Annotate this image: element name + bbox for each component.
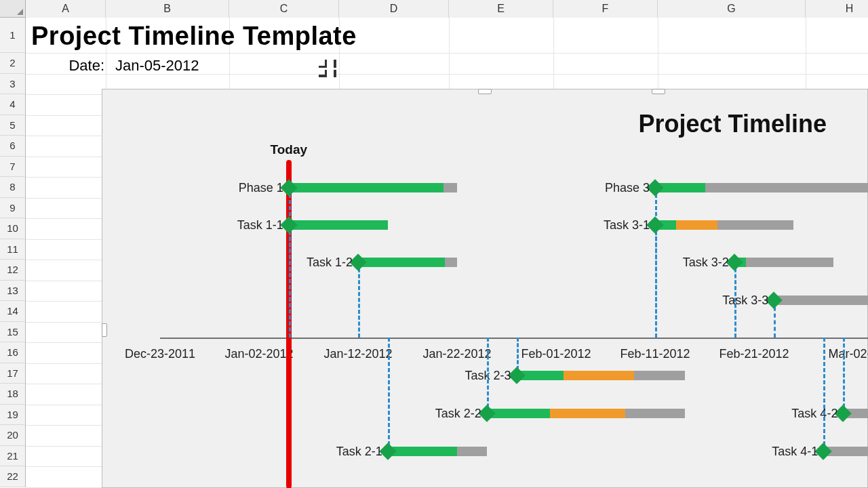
- task-dropline: [289, 225, 291, 338]
- task-bar[interactable]: [774, 296, 868, 305]
- task-bar[interactable]: [734, 258, 833, 267]
- task-label: Task 4-2: [791, 407, 843, 421]
- axis-tick-label: Jan-12-2012: [323, 347, 392, 361]
- task-progress-green: [289, 220, 388, 230]
- task-label: Task 2-3: [465, 369, 517, 383]
- date-value-cell[interactable]: Jan-05-2012: [115, 57, 199, 75]
- task-dropline: [843, 338, 845, 413]
- column-header-D[interactable]: D: [339, 0, 449, 18]
- column-header-B[interactable]: B: [106, 0, 229, 18]
- task-progress-orange: [676, 220, 717, 230]
- row-header-6[interactable]: 6: [0, 136, 26, 157]
- row-header-16[interactable]: 16: [0, 342, 26, 363]
- page-title: Project Timeline Template: [31, 22, 357, 51]
- task-label: Task 3-1: [604, 218, 655, 232]
- row-header-12[interactable]: 12: [0, 260, 26, 281]
- column-header-G[interactable]: G: [658, 0, 806, 18]
- column-header-H[interactable]: H: [806, 0, 868, 18]
- chart-resize-handle-top[interactable]: [478, 89, 492, 94]
- task-label: Phase 1: [239, 181, 289, 195]
- row-header-5[interactable]: 5: [0, 115, 26, 136]
- task-dropline: [388, 338, 390, 451]
- task-label: Task 2-2: [435, 407, 487, 421]
- axis-tick-label: Jan-22-2012: [422, 347, 491, 361]
- task-label: Task 1-1: [237, 218, 289, 232]
- task-label: Task 3-3: [722, 293, 774, 308]
- row-header-22[interactable]: 22: [0, 466, 26, 487]
- column-header-A[interactable]: A: [26, 0, 106, 18]
- task-progress-green: [388, 447, 457, 456]
- task-dropline: [655, 225, 657, 338]
- axis-tick-label: Feb-01-2012: [521, 347, 591, 361]
- task-label: Task 2-1: [336, 445, 388, 459]
- task-progress-orange: [550, 409, 625, 418]
- chart-resize-handle-left[interactable]: [102, 323, 107, 337]
- chart-resize-handle-top-2[interactable]: [652, 89, 665, 94]
- task-progress-orange: [564, 371, 634, 380]
- cell-cursor-icon: [319, 60, 336, 77]
- date-label: Date:: [31, 57, 104, 75]
- task-progress-green: [358, 258, 445, 267]
- task-progress-green: [487, 409, 550, 418]
- row-header-13[interactable]: 13: [0, 281, 26, 302]
- x-axis: [160, 338, 868, 339]
- axis-tick-label: Dec-23-2011: [125, 347, 195, 361]
- row-header-7[interactable]: 7: [0, 157, 26, 178]
- row-header-21[interactable]: 21: [0, 446, 26, 467]
- row-header-19[interactable]: 19: [0, 405, 26, 426]
- task-label: Phase 3: [605, 181, 655, 195]
- row-header-4[interactable]: 4: [0, 94, 26, 115]
- axis-tick-label: Feb-21-2012: [719, 347, 789, 361]
- task-dropline: [487, 338, 489, 413]
- column-header-F[interactable]: F: [553, 0, 658, 18]
- row-header-15[interactable]: 15: [0, 322, 26, 343]
- row-header-1[interactable]: 1: [0, 18, 26, 53]
- worksheet[interactable]: ABCDEFGH 1234567891011121314151617181920…: [0, 0, 868, 488]
- today-label: Today: [271, 142, 308, 157]
- axis-tick-label: Feb-11-2012: [620, 347, 690, 361]
- task-label: Task 4-1: [772, 445, 823, 459]
- row-header-8[interactable]: 8: [0, 177, 26, 198]
- column-header-C[interactable]: C: [229, 0, 339, 18]
- project-timeline-chart[interactable]: Project Timeline Dec-23-2011Jan-02-2012J…: [102, 89, 868, 488]
- row-headers: 12345678910111213141516171819202122: [0, 18, 26, 487]
- row-header-11[interactable]: 11: [0, 239, 26, 260]
- select-all-corner[interactable]: [0, 0, 26, 18]
- chart-title: Project Timeline: [639, 110, 827, 138]
- row-header-2[interactable]: 2: [0, 53, 26, 74]
- row-header-17[interactable]: 17: [0, 363, 26, 384]
- task-progress-green: [289, 183, 443, 192]
- axis-tick-label: Jan-02-2012: [224, 347, 293, 361]
- row-header-14[interactable]: 14: [0, 301, 26, 322]
- column-headers: ABCDEFGH: [0, 0, 868, 18]
- row-header-18[interactable]: 18: [0, 384, 26, 405]
- row-header-10[interactable]: 10: [0, 218, 26, 239]
- task-label: Task 1-2: [307, 256, 358, 270]
- row-header-3[interactable]: 3: [0, 74, 26, 95]
- task-dropline: [358, 262, 360, 338]
- task-label: Task 3-2: [683, 256, 734, 270]
- row-header-20[interactable]: 20: [0, 425, 26, 446]
- column-header-E[interactable]: E: [449, 0, 553, 18]
- task-dropline: [823, 338, 825, 451]
- row-header-9[interactable]: 9: [0, 198, 26, 219]
- axis-tick-label: Mar-02-2: [828, 347, 868, 361]
